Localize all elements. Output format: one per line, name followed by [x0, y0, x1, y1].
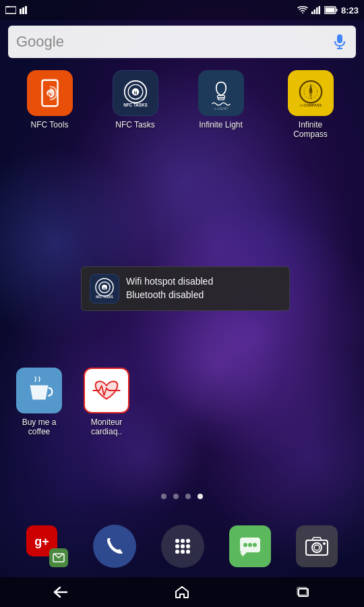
- svg-rect-24: [218, 98, 224, 100]
- back-button[interactable]: [40, 580, 82, 604]
- nav-bar: [0, 577, 364, 607]
- wifi-icon: [297, 6, 308, 14]
- page-dot-1[interactable]: [173, 494, 179, 499]
- infinite-compass-label: Infinite Compass: [284, 120, 338, 139]
- notification-text: Wifi hotspot disabled Bluetooth disabled: [126, 275, 213, 301]
- svg-point-44: [181, 544, 185, 548]
- app-infinite-light[interactable]: ∞ LIGHT Infinite Light: [198, 70, 244, 139]
- infinite-light-label: Infinite Light: [199, 120, 243, 129]
- app-nfc-tools[interactable]: N NFC Tools: [27, 70, 73, 139]
- notification-app-icon: N NFC TASKS: [90, 274, 119, 304]
- svg-point-51: [248, 543, 252, 547]
- svg-rect-10: [336, 9, 337, 11]
- moniteur-icon-img: [84, 368, 129, 413]
- bars-icon: [20, 6, 29, 14]
- screenshot-icon: [5, 6, 16, 14]
- infinite-light-icon-img: ∞ LIGHT: [198, 70, 244, 116]
- notification-popup: N NFC TASKS Wifi hotspot disabled Blueto…: [81, 266, 290, 311]
- svg-rect-6: [313, 9, 315, 14]
- app-infinite-compass[interactable]: ∞ COMPASS Infinite Compass: [284, 70, 338, 139]
- dock-google-plus[interactable]: g+: [26, 525, 68, 567]
- app-buy-me-coffee[interactable]: Buy me a coffee: [12, 368, 66, 436]
- svg-point-41: [181, 539, 185, 543]
- svg-text:N: N: [48, 91, 52, 97]
- svg-text:NFC TASKS: NFC TASKS: [123, 103, 148, 107]
- notification-line1: Wifi hotspot disabled: [126, 275, 213, 289]
- svg-rect-2: [20, 9, 22, 14]
- svg-text:NFC TASKS: NFC TASKS: [96, 295, 113, 299]
- svg-point-47: [181, 550, 185, 554]
- svg-point-40: [175, 539, 179, 543]
- app-grid-bottom: Buy me a coffee Moniteur cardiaq..: [0, 368, 364, 436]
- svg-text:g+: g+: [34, 535, 49, 548]
- page-dot-0[interactable]: [161, 494, 166, 499]
- svg-text:∞ COMPASS: ∞ COMPASS: [299, 103, 322, 107]
- svg-rect-11: [325, 8, 334, 13]
- app-moniteur[interactable]: Moniteur cardiaq..: [80, 368, 133, 436]
- dock: g+: [0, 516, 364, 577]
- svg-point-50: [243, 543, 247, 547]
- notification-line2: Bluetooth disabled: [126, 289, 213, 302]
- nfc-tools-label: NFC Tools: [31, 120, 69, 129]
- dock-apps[interactable]: [161, 525, 204, 568]
- coffee-icon-img: [16, 368, 62, 413]
- svg-point-54: [312, 543, 322, 552]
- nfc-tasks-label: NFC Tasks: [115, 120, 154, 129]
- svg-text:N: N: [103, 287, 106, 291]
- svg-text:∞ LIGHT: ∞ LIGHT: [214, 107, 229, 111]
- app-nfc-tasks[interactable]: N NFC TASKS NFC Tasks: [113, 70, 158, 139]
- svg-marker-29: [309, 92, 312, 100]
- svg-rect-5: [311, 11, 313, 14]
- svg-text:N: N: [133, 90, 137, 95]
- status-bar: 8:23: [0, 0, 364, 20]
- svg-point-55: [314, 545, 320, 550]
- moniteur-label: Moniteur cardiaq..: [80, 417, 133, 436]
- svg-marker-28: [309, 84, 312, 92]
- svg-rect-12: [337, 34, 342, 43]
- status-bar-right: 8:23: [297, 5, 359, 16]
- page-dot-2[interactable]: [185, 494, 191, 499]
- status-bar-left: [5, 6, 29, 14]
- dock-phone[interactable]: [93, 525, 136, 568]
- clock: 8:23: [341, 5, 359, 16]
- recents-button[interactable]: [282, 580, 324, 604]
- nfc-tools-icon-img: N: [27, 70, 73, 116]
- svg-point-48: [186, 550, 190, 554]
- svg-rect-7: [316, 7, 318, 14]
- battery-icon: [324, 6, 338, 14]
- svg-point-45: [186, 544, 190, 548]
- dock-messenger[interactable]: [229, 525, 271, 567]
- infinite-compass-icon-img: ∞ COMPASS: [288, 70, 334, 116]
- svg-rect-8: [318, 6, 320, 14]
- nfc-tasks-icon-img: N NFC TASKS: [113, 70, 158, 116]
- page-dots: [0, 494, 364, 499]
- home-button[interactable]: [161, 580, 203, 604]
- cell-signal-icon: [311, 6, 321, 14]
- search-bar[interactable]: Google: [8, 26, 356, 58]
- svg-point-52: [253, 543, 257, 547]
- search-text: Google: [16, 33, 332, 51]
- svg-rect-1: [7, 6, 9, 7]
- svg-rect-3: [22, 7, 24, 14]
- coffee-label: Buy me a coffee: [12, 417, 66, 436]
- svg-rect-0: [5, 7, 16, 13]
- app-grid-top: N NFC Tools N NFC TASKS NFC Tasks: [0, 70, 364, 139]
- svg-point-56: [323, 542, 326, 545]
- page-dot-3[interactable]: [198, 494, 203, 499]
- svg-point-43: [175, 544, 179, 548]
- svg-point-42: [186, 539, 190, 543]
- mic-icon[interactable]: [332, 34, 348, 50]
- svg-point-46: [175, 550, 179, 554]
- dock-camera[interactable]: [296, 525, 338, 567]
- svg-rect-4: [25, 6, 27, 14]
